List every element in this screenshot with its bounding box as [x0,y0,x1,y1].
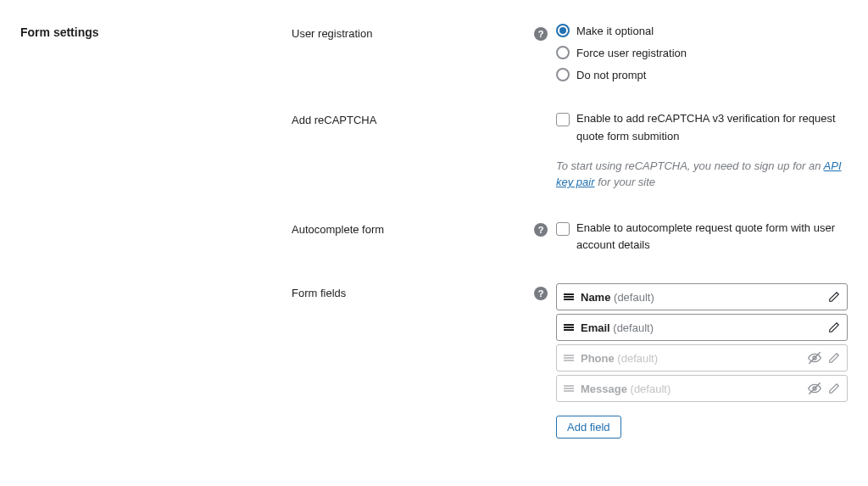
field-item-message[interactable]: Message (default) [556,375,848,402]
drag-handle-icon[interactable] [564,353,574,363]
edit-field-icon[interactable] [828,383,840,394]
drag-handle-icon[interactable] [564,322,574,332]
section-title: Form settings [20,20,292,439]
checkbox-recaptcha[interactable]: Enable to add reCAPTCHA v3 verification … [556,110,848,146]
radio-make-it-optional[interactable]: Make it optional [556,24,848,37]
row-user-registration: User registration ? Make it optional For… [292,20,848,107]
help-icon[interactable]: ? [534,27,548,41]
field-name-text: Email [581,321,610,334]
field-item-name[interactable]: Name (default) [556,283,848,310]
visibility-off-icon[interactable] [808,351,821,365]
edit-field-icon[interactable] [828,321,840,333]
radio-force-registration[interactable]: Force user registration [556,46,848,59]
edit-field-icon[interactable] [828,352,840,364]
field-name-text: Phone [581,352,615,365]
hint-recaptcha: To start using reCAPTCHA, you need to si… [556,158,848,191]
label-recaptcha: Add reCAPTCHA [292,110,529,126]
field-default-text: (default) [631,383,671,395]
radio-input-force[interactable] [556,46,570,59]
field-item-phone[interactable]: Phone (default) [556,344,848,371]
hint-prefix: To start using reCAPTCHA, you need to si… [556,159,824,172]
field-list: Name (default) Email (defau [556,283,848,402]
radio-do-not-prompt[interactable]: Do not prompt [556,68,848,81]
radio-label-optional: Make it optional [576,25,654,37]
row-form-fields: Form fields ? Name (default) [292,280,848,439]
field-name-text: Name [581,291,610,304]
checkbox-label-autocomplete: Enable to autocomplete request quote for… [576,220,848,255]
checkbox-input-recaptcha[interactable] [556,113,570,126]
drag-handle-icon[interactable] [564,292,574,302]
field-default-text: (default) [613,321,654,334]
add-field-button[interactable]: Add field [556,416,621,439]
help-icon[interactable]: ? [534,287,548,300]
visibility-off-icon[interactable] [808,382,821,395]
row-autocomplete: Autocomplete form ? Enable to autocomple… [292,216,848,281]
radio-input-optional[interactable] [556,24,570,37]
radio-label-none: Do not prompt [576,69,646,81]
checkbox-label-recaptcha: Enable to add reCAPTCHA v3 verification … [576,110,848,146]
edit-field-icon[interactable] [828,291,840,303]
checkbox-input-autocomplete[interactable] [556,222,570,236]
field-item-email[interactable]: Email (default) [556,314,848,341]
label-user-registration: User registration [292,24,529,40]
drag-handle-icon[interactable] [564,383,574,394]
radio-input-none[interactable] [556,68,570,81]
hint-suffix: for your site [595,176,656,188]
row-recaptcha: Add reCAPTCHA Enable to add reCAPTCHA v3… [292,107,848,216]
field-default-text: (default) [617,352,658,365]
radio-label-force: Force user registration [576,47,687,59]
field-name-text: Message [581,383,627,395]
field-default-text: (default) [614,291,654,304]
help-icon[interactable]: ? [534,223,548,237]
label-form-fields: Form fields [292,283,529,299]
label-autocomplete: Autocomplete form [292,220,529,236]
checkbox-autocomplete[interactable]: Enable to autocomplete request quote for… [556,220,848,255]
